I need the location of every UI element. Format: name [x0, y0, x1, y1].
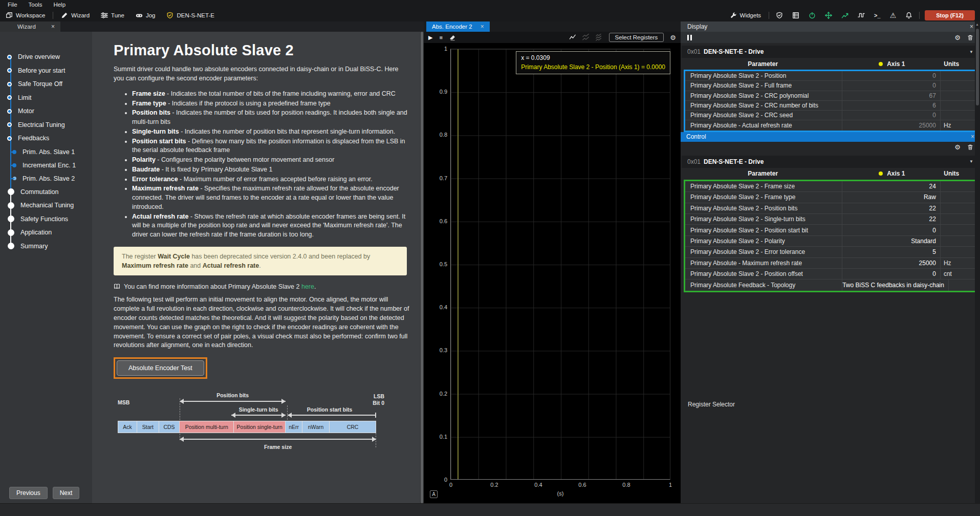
- toolbar-divider: [53, 12, 53, 19]
- step-dot: [12, 150, 16, 154]
- step-electrical-tuning[interactable]: Electrical Tuning: [0, 118, 92, 132]
- table-row[interactable]: Primary Absolute Slave 2 - CRC seed0: [685, 111, 975, 120]
- motion-move-icon[interactable]: [820, 12, 837, 19]
- tab-close-icon[interactable]: ×: [481, 24, 484, 30]
- cell-nerr: nErr: [286, 421, 302, 433]
- multi-split-mode-icon[interactable]: [596, 34, 603, 41]
- wizard-body: Drive overview Before your start Safe To…: [0, 32, 424, 503]
- monitor-device-selector[interactable]: 0x01 DEN-S-NET-E - Drive ▼: [682, 46, 979, 58]
- stop-icon[interactable]: ■: [439, 35, 443, 40]
- terminal-icon[interactable]: >_: [869, 12, 885, 18]
- table-row[interactable]: Primary Absolute Slave 2 - Full frame0: [685, 81, 975, 91]
- single-line-mode-icon[interactable]: [569, 34, 576, 41]
- table-row[interactable]: Primary Absolute Slave 2 - PolarityStand…: [685, 236, 975, 247]
- step-safe-torque-off[interactable]: Safe Torque Off: [0, 77, 92, 91]
- pause-icon[interactable]: [687, 35, 692, 40]
- step-commutation[interactable]: Commutation: [0, 185, 92, 199]
- notifications-bell-icon[interactable]: [901, 12, 917, 19]
- table-row[interactable]: Primary Absolute - Maximum refresh rate2…: [685, 258, 975, 269]
- step-incremental-enc-1[interactable]: Incremental Enc. 1: [0, 159, 92, 172]
- register-list-icon[interactable]: [788, 12, 804, 19]
- menu-tools[interactable]: Tools: [23, 2, 48, 8]
- step-prim-abs-slave-2[interactable]: Prim. Abs. Slave 2: [0, 172, 92, 185]
- table-row[interactable]: Primary Absolute Slave 2 - Position offs…: [685, 269, 975, 280]
- shield-check-icon[interactable]: [771, 12, 788, 19]
- diagram-guide-line: [287, 405, 288, 420]
- table-row[interactable]: Primary Absolute Feedback - TopologyTwo …: [685, 280, 975, 290]
- step-summary[interactable]: Summary: [0, 240, 92, 253]
- table-row[interactable]: Primary Absolute Slave 2 - Single-turn b…: [685, 214, 975, 225]
- menu-file[interactable]: File: [2, 2, 23, 8]
- display-scrollbar-thumb[interactable]: [976, 29, 979, 105]
- warning-icon[interactable]: ⚠: [885, 11, 901, 19]
- x-tick: 0.8: [619, 482, 634, 488]
- step-drive-overview[interactable]: Drive overview: [0, 50, 92, 64]
- tune-button[interactable]: Tune: [95, 9, 130, 22]
- plot-area[interactable]: [450, 49, 670, 480]
- absolute-encoder-test-button[interactable]: Absolute Encoder Test: [117, 360, 204, 376]
- table-row[interactable]: Primary Absolute Slave 2 - Position bits…: [685, 203, 975, 214]
- scope-chart[interactable]: 1 0.9 0.8 0.7 0.6 0.5 0.4 0.3 0.2 0.1 0 …: [424, 43, 681, 503]
- clear-eraser-icon[interactable]: [449, 34, 456, 41]
- table-row[interactable]: Primary Absolute Slave 2 - Frame size24: [685, 181, 975, 192]
- tab-close-icon[interactable]: ×: [51, 24, 55, 30]
- control-close-icon[interactable]: ×: [971, 134, 974, 140]
- table-row[interactable]: Primary Absolute Slave 2 - Frame typeRaw: [685, 192, 975, 203]
- wizard-scrollbar-thumb[interactable]: [421, 32, 423, 503]
- display-close-icon[interactable]: ×: [970, 24, 973, 30]
- select-registers-button[interactable]: Select Registers: [609, 33, 664, 42]
- control-panel-header[interactable]: Control ×: [681, 132, 980, 142]
- step-feedbacks[interactable]: Feedbacks: [0, 132, 92, 145]
- step-dot: [8, 216, 14, 222]
- display-trash-icon[interactable]: [967, 34, 973, 41]
- split-lines-mode-icon[interactable]: [582, 34, 590, 41]
- wizard-pen-icon: [61, 12, 68, 19]
- table-row[interactable]: Primary Absolute Slave 2 - Position0: [685, 71, 975, 81]
- scope-chart-icon[interactable]: [837, 12, 853, 19]
- control-device-selector[interactable]: 0x01 DEN-S-NET-E - Drive ▼: [682, 156, 979, 168]
- table-row[interactable]: Primary Absolute Slave 2 - Position star…: [685, 225, 975, 235]
- step-application[interactable]: Application: [0, 226, 92, 240]
- column-axis1: Axis 1: [842, 60, 942, 68]
- control-trash-icon[interactable]: [967, 144, 973, 150]
- table-row[interactable]: Primary Absolute Slave 2 - Error toleran…: [685, 247, 975, 257]
- chevron-down-icon[interactable]: ▼: [969, 50, 973, 54]
- display-scrollbar[interactable]: ▲: [975, 22, 980, 503]
- tab-abs-encoder-2[interactable]: Abs. Encoder 2 ×: [426, 22, 490, 32]
- step-before-your-start[interactable]: Before your start: [0, 64, 92, 78]
- cell-position-multi-turn: Position multi-turn: [180, 421, 234, 433]
- table-row[interactable]: Primary Absolute Slave 2 - CRC polynomia…: [685, 91, 975, 101]
- step-mechanical-tuning[interactable]: Mechanical Tuning: [0, 199, 92, 212]
- stop-button[interactable]: Stop (F12): [925, 10, 975, 20]
- table-row[interactable]: Primary Absolute Slave 2 - CRC number of…: [685, 101, 975, 111]
- step-dot: [7, 82, 12, 87]
- display-settings-gear-icon[interactable]: ⚙: [954, 34, 961, 41]
- widgets-label: Widgets: [740, 12, 761, 18]
- device-status-button[interactable]: DEN-S-NET-E: [161, 9, 220, 22]
- table-row[interactable]: Primary Absolute - Actual refresh rate25…: [685, 120, 975, 130]
- tab-wizard[interactable]: Wizard ×: [0, 22, 60, 32]
- wizard-scrollbar[interactable]: [420, 32, 424, 503]
- widgets-button[interactable]: Widgets: [724, 12, 767, 19]
- autoscale-button[interactable]: A: [430, 490, 438, 498]
- wizard-button[interactable]: Wizard: [55, 9, 95, 22]
- menu-help[interactable]: Help: [48, 2, 71, 8]
- more-info-link[interactable]: here: [301, 283, 314, 290]
- next-button[interactable]: Next: [53, 487, 80, 499]
- control-settings-gear-icon[interactable]: ⚙: [954, 144, 961, 150]
- play-icon[interactable]: ▶: [428, 35, 432, 40]
- step-prim-abs-slave-1[interactable]: Prim. Abs. Slave 1: [0, 145, 92, 159]
- step-motor[interactable]: Motor: [0, 104, 92, 118]
- previous-button[interactable]: Previous: [9, 487, 48, 499]
- scope-settings-gear-icon[interactable]: ⚙: [670, 34, 676, 41]
- column-axis1: Axis 1: [842, 170, 942, 177]
- chevron-down-icon[interactable]: ▼: [969, 159, 973, 164]
- scroll-up-icon[interactable]: ▲: [975, 23, 979, 26]
- step-limit[interactable]: Limit: [0, 91, 92, 105]
- workspace-button[interactable]: Workspace: [0, 9, 51, 22]
- step-safety-functions[interactable]: Safety Functions: [0, 212, 92, 226]
- jog-button[interactable]: Jog: [130, 9, 161, 22]
- motor-enable-icon[interactable]: [804, 12, 820, 19]
- register-selector-section[interactable]: Register Selector: [688, 401, 735, 408]
- square-wave-icon[interactable]: [853, 12, 869, 19]
